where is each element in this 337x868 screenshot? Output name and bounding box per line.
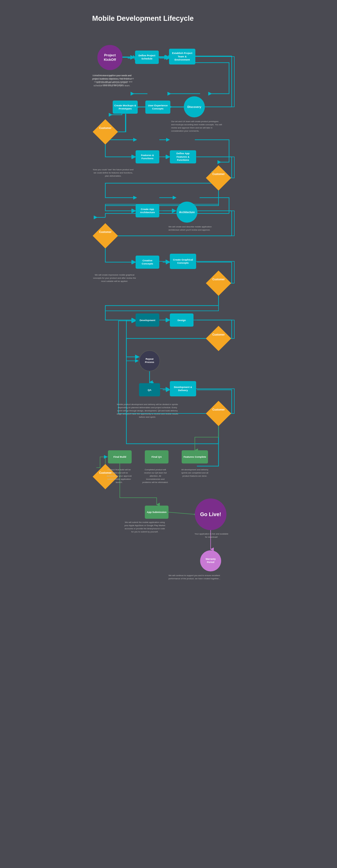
app-submission-node: App Submission [145,505,168,519]
architecture-node: Architecture [176,202,197,223]
design-node: Design [170,313,193,327]
kickoff-node: Project KickOff [97,45,122,70]
customer7-label: Customer [93,471,117,474]
customer1-label: Customer [93,127,117,129]
ux-concepts-node: User Experience Concepts [145,100,170,114]
warranty-desc: We will continue to support you and to e… [168,574,221,580]
architecture-desc: We will create and describe mobile appli… [168,225,221,231]
graphical-desc: We will create impressive mobile graphic… [92,274,137,283]
repeat-process-node: Repeat Process [139,350,160,371]
create-app-arch-node: Create App Architecture [135,204,159,217]
go-live-desc: Your application is live and available f… [194,532,228,539]
go-live-node: Go Live! [195,498,226,530]
features-desc: Now you could "see" the future product a… [92,168,134,178]
qa-node: QA [139,383,160,396]
customer6-label: Customer [206,408,231,411]
page-title: Mobile Development Lifecycle [92,14,246,23]
warranty-period-node: Warranty Period [200,550,221,571]
features-complete-node: Features Complete [182,450,208,463]
final-qa-node: Final QA [145,450,168,463]
delivery-desc: Mobile product development and delivery … [116,403,179,419]
customer5-label: Customer [206,333,231,336]
customer2-label: Customer [206,173,231,176]
customer3-label: Customer [93,230,117,234]
development-node: Development [135,313,159,327]
create-graphical-node: Create Graphical Concepts [170,254,196,269]
mockups-desc: Our art and UX team will create product … [171,120,222,133]
create-mockups-node: Create Mockups & Prototypes [113,100,138,114]
features-complete-desc: All development and delivery sprints are… [180,468,209,478]
establish-team-node: Establish Project Team & Environment [169,49,195,64]
discovery-node: Discovery [184,96,205,117]
final-build-desc: Product final build will be created and … [106,468,132,484]
customer4-label: Customer [206,278,231,281]
full-diagram: Project KickOff Define Project Schedule … [92,37,245,866]
creative-concepts-node: Creative Concepts [135,255,159,269]
app-submission-desc: We will submit the mobile application us… [124,521,166,533]
svg-line-41 [168,512,194,514]
kickoff-desc: We will review together your needs and p… [92,74,134,87]
final-qa-desc: Completed product will receive our QA te… [142,468,168,484]
define-app-features-node: Define App Features & Functions [170,150,196,163]
define-schedule-node: Define Project Schedule [135,51,159,64]
features-functions-node: Features & Functions [135,150,159,163]
final-build-node: Final Build [108,450,132,463]
dev-delivery-node: Development & Delivery [170,381,196,396]
